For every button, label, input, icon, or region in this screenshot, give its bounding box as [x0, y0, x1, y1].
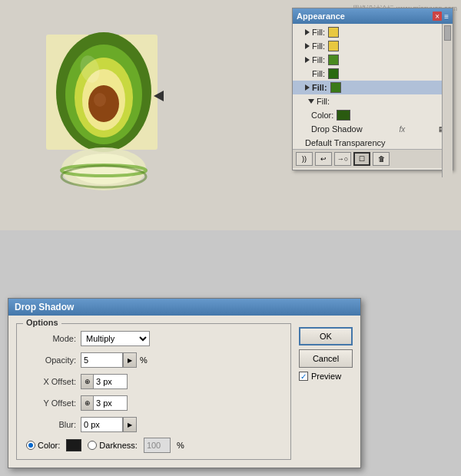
opacity-stepper: ▶ %: [81, 352, 148, 368]
color-label-row: Color:: [293, 108, 453, 122]
y-offset-stepper: ⊕: [81, 395, 128, 411]
mode-row: Mode: Multiply Normal Screen: [26, 330, 281, 347]
cancel-button[interactable]: Cancel: [299, 349, 353, 368]
triangle-icon-5: [305, 84, 310, 91]
panel-title: Appearance: [297, 12, 345, 21]
default-trans-label: Default Transparency: [305, 138, 386, 147]
darkness-radio-label: Darkness:: [99, 441, 138, 450]
y-offset-input[interactable]: [93, 395, 128, 411]
x-offset-input[interactable]: [93, 374, 128, 389]
x-offset-row: X Offset: ⊕: [26, 373, 281, 390]
darkness-input[interactable]: [144, 438, 171, 453]
fill-label-1: Fill:: [312, 28, 325, 37]
x-offset-stepper-icon[interactable]: ⊕: [81, 374, 93, 389]
svg-point-8: [71, 154, 136, 184]
fx-badge: fx: [399, 125, 405, 134]
fill-color-1[interactable]: [328, 27, 339, 38]
drop-shadow-dialog: Drop Shadow Options Mode: Multiply Norma…: [8, 298, 361, 468]
fill-label-3: Fill:: [312, 55, 325, 64]
opacity-row: Opacity: ▶ %: [26, 352, 281, 369]
panel-menu-icon[interactable]: ≡: [444, 12, 449, 21]
fill-color-3[interactable]: [328, 55, 339, 65]
fill-label-4: Fill:: [312, 69, 325, 78]
sub-fill-row: Fill:: [293, 94, 453, 108]
dialog-body: Options Mode: Multiply Normal Screen Opa…: [8, 316, 360, 468]
triangle-icon-2: [305, 43, 310, 49]
mode-select[interactable]: Multiply Normal Screen: [81, 331, 150, 346]
default-trans-row: Default Transparency: [293, 136, 453, 150]
panel-body: Fill: Fill: Fill: Fill: Fill:: [293, 24, 453, 170]
sub-fill-label: Fill:: [317, 97, 330, 106]
drop-shadow-label: Drop Shadow: [311, 124, 363, 134]
ok-button[interactable]: OK: [299, 327, 353, 345]
blur-input[interactable]: [81, 417, 123, 432]
scrollbar-thumb[interactable]: [444, 25, 451, 41]
color-swatch-dialog[interactable]: [66, 439, 81, 451]
dialog-title: Drop Shadow: [15, 302, 74, 312]
footer-btn-3[interactable]: →○: [334, 152, 351, 166]
fill-label-5: Fill:: [312, 83, 327, 92]
opacity-unit: %: [140, 355, 148, 365]
triangle-down-icon: [308, 99, 314, 104]
x-offset-label: X Offset:: [26, 377, 76, 386]
opacity-input[interactable]: [81, 352, 123, 368]
y-offset-label: Y Offset:: [26, 398, 76, 408]
avocado-illustration: [35, 27, 188, 203]
fill-color-5[interactable]: [330, 82, 341, 93]
panel-footer: )) ↩ →○ ☐ 🗑: [293, 150, 453, 168]
preview-label: Preview: [311, 372, 341, 381]
preview-checkbox-option[interactable]: Preview: [299, 372, 353, 381]
color-radio-option[interactable]: Color:: [26, 441, 60, 450]
y-offset-stepper-icon[interactable]: ⊕: [81, 395, 93, 411]
footer-btn-5[interactable]: 🗑: [373, 152, 390, 166]
mode-select-wrapper: Multiply Normal Screen: [81, 331, 150, 346]
blur-stepper: ▶: [81, 417, 137, 432]
fill-row-2[interactable]: Fill:: [293, 39, 453, 53]
options-legend: Options: [23, 318, 61, 327]
panel-scrollbar[interactable]: [442, 24, 453, 177]
opacity-arrow-btn[interactable]: ▶: [123, 352, 137, 368]
dialog-buttons: OK Cancel Preview: [299, 323, 353, 460]
options-group: Options Mode: Multiply Normal Screen Opa…: [16, 323, 291, 460]
darkness-unit: %: [177, 441, 184, 450]
mode-label: Mode:: [26, 334, 76, 343]
fill-label-2: Fill:: [312, 41, 325, 51]
color-radio-label: Color:: [38, 441, 60, 450]
fill-color-4[interactable]: [328, 68, 339, 79]
avocado-area: [0, 0, 223, 230]
fill-color-2[interactable]: [328, 41, 339, 51]
fill-row-4[interactable]: Fill:: [293, 67, 453, 81]
fill-row-3[interactable]: Fill:: [293, 53, 453, 67]
darkness-radio-option[interactable]: Darkness:: [88, 441, 138, 450]
x-offset-stepper: ⊕: [81, 374, 128, 389]
triangle-icon-1: [305, 29, 310, 35]
color-label: Color:: [311, 111, 333, 120]
y-offset-row: Y Offset: ⊕: [26, 395, 281, 412]
blur-arrow-btn[interactable]: ▶: [123, 417, 137, 432]
footer-btn-2[interactable]: ↩: [315, 152, 332, 166]
blur-label: Blur:: [26, 420, 76, 429]
svg-point-6: [94, 93, 106, 107]
color-radio[interactable]: [26, 441, 35, 450]
panel-close-button[interactable]: ×: [433, 12, 442, 21]
triangle-icon-3: [305, 57, 310, 63]
blur-row: Blur: ▶: [26, 416, 281, 433]
color-swatch-panel[interactable]: [337, 110, 350, 121]
appearance-panel: Appearance × ≡ Fill: Fill: Fill:: [292, 8, 453, 170]
panel-titlebar: Appearance × ≡: [293, 8, 453, 24]
preview-checkbox[interactable]: [299, 372, 308, 381]
footer-btn-4[interactable]: ☐: [353, 152, 370, 166]
fill-row-5-selected[interactable]: Fill:: [293, 81, 453, 94]
opacity-label: Opacity:: [26, 355, 76, 365]
top-section: 思缘设计论坛 www.missvuan.com: [0, 0, 461, 230]
fill-row-1[interactable]: Fill:: [293, 25, 453, 39]
drop-shadow-row: Drop Shadow fx ▤: [293, 122, 453, 136]
darkness-radio[interactable]: [88, 441, 97, 450]
footer-btn-1[interactable]: )): [296, 152, 313, 166]
dialog-titlebar: Drop Shadow: [8, 299, 360, 316]
color-darkness-row: Color: Darkness: %: [26, 438, 281, 453]
